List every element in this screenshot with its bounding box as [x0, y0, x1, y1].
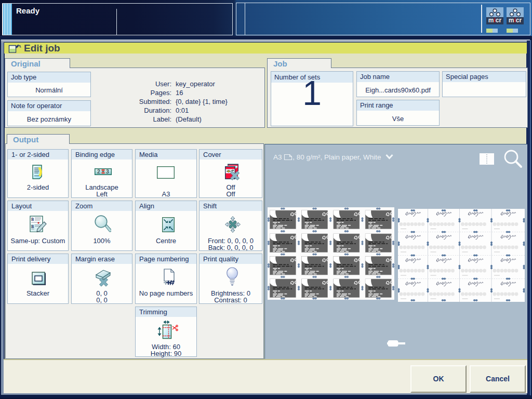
svg-text:B: B	[31, 217, 34, 222]
svg-text:2: 2	[97, 168, 100, 175]
svg-text:B: B	[31, 224, 34, 229]
svg-text:3: 3	[106, 168, 109, 175]
